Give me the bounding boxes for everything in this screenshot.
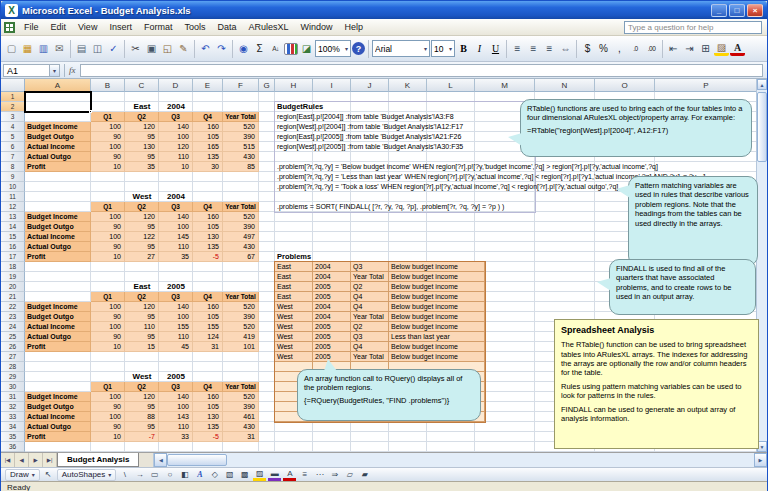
menu-data[interactable]: Data [211,21,242,33]
cell-A6[interactable]: Actual Income [25,142,91,152]
rule-text[interactable]: region[East].p![2005]] :from table 'Budg… [277,132,461,142]
problem-cell[interactable]: East [275,282,313,292]
column-header-M[interactable]: M [475,79,535,92]
cell-C5[interactable]: 95 [125,132,159,142]
column-header-B[interactable]: B [91,79,125,92]
cell-C3[interactable]: Q2 [125,112,159,122]
italic-icon[interactable]: I [472,41,487,57]
problem-cell[interactable]: Below budget income [389,302,485,312]
cell-B31[interactable]: 100 [91,392,125,402]
font-size-select[interactable]: 10▾ [431,40,455,57]
row-header-1[interactable]: 1 [1,92,25,102]
rule-text[interactable]: region[West].p![2005]] :from table 'Budg… [277,142,463,152]
problem-cell[interactable]: 2005 [313,342,351,352]
minimize-button[interactable]: _ [711,4,727,17]
spelling-icon[interactable]: ✓ [106,41,121,57]
autosum-icon[interactable]: Σ [252,41,267,57]
cell-D29[interactable]: 2005 [159,372,193,382]
dash-style-icon[interactable]: ⋯ [313,469,326,481]
callout-rquery[interactable]: An array function call to RQuery() displ… [297,369,481,421]
row-header-28[interactable]: 28 [1,362,25,372]
problem-cell[interactable]: Below budget income [389,312,485,322]
column-header-L[interactable]: L [427,79,475,92]
problem-cell[interactable]: East [275,292,313,302]
cell-C16[interactable]: 95 [125,242,159,252]
row-header-30[interactable]: 30 [1,382,25,392]
scroll-left-button[interactable]: ◀ [154,453,167,467]
problem-cell[interactable]: East [275,272,313,282]
cell-F8[interactable]: 85 [223,162,259,172]
rule-text[interactable]: .problem[?r,?q,?y] = 'Took a loss' WHEN … [277,182,618,192]
cell-A17[interactable]: Profit [25,252,91,262]
cell-A8[interactable]: Profit [25,162,91,172]
row-header-24[interactable]: 24 [1,322,25,332]
cell-E17[interactable]: -5 [193,252,223,262]
problem-cell[interactable]: Q4 [351,292,389,302]
cell-E7[interactable]: 135 [193,152,223,162]
cell-E34[interactable]: 135 [193,422,223,432]
cell-A15[interactable]: Actual Income [25,232,91,242]
wordart-icon[interactable]: A [193,469,206,481]
cell-E3[interactable]: Q4 [193,112,223,122]
align-left-icon[interactable]: ≡ [510,41,525,57]
cell-B12[interactable]: Q1 [91,202,125,212]
cell-B33[interactable]: 100 [91,412,125,422]
row-header-18[interactable]: 18 [1,262,25,272]
line-icon[interactable]: \ [118,469,131,481]
email-icon[interactable]: ✉ [52,41,67,57]
cell-F21[interactable]: Year Total [223,292,259,302]
cell-B22[interactable]: 100 [91,302,125,312]
problem-cell[interactable]: Q2 [351,282,389,292]
cell-D16[interactable]: 110 [159,242,193,252]
cell-F17[interactable]: 67 [223,252,259,262]
font-name-select[interactable]: Arial▾ [372,40,430,57]
cell-A32[interactable]: Budget Outgo [25,402,91,412]
cell-B7[interactable]: 90 [91,152,125,162]
cell-B6[interactable]: 100 [91,142,125,152]
row-header-33[interactable]: 33 [1,412,25,422]
cell-C23[interactable]: 95 [125,312,159,322]
name-box[interactable]: A1 [3,64,49,77]
cell-D33[interactable]: 143 [159,412,193,422]
increase-decimal-icon[interactable]: .0 [628,41,643,57]
column-header-D[interactable]: D [159,79,193,92]
cell-B24[interactable]: 100 [91,322,125,332]
insert-function-icon[interactable]: fx [69,65,76,75]
cell-D11[interactable]: 2004 [159,192,193,202]
cell-E8[interactable]: 30 [193,162,223,172]
cell-B26[interactable]: 10 [91,342,125,352]
callout-rtable[interactable]: RTable() functions are used to bring eac… [520,99,752,157]
cell-E21[interactable]: Q4 [193,292,223,302]
problem-cell[interactable]: West [275,302,313,312]
column-header-E[interactable]: E [193,79,223,92]
cell-E14[interactable]: 105 [193,222,223,232]
cell-A25[interactable]: Actual Outgo [25,332,91,342]
cell-C34[interactable]: 95 [125,422,159,432]
cell-C31[interactable]: 120 [125,392,159,402]
line-color-icon[interactable]: ▬ [268,469,281,481]
problem-cell[interactable]: Year Total [351,352,389,362]
row-header-19[interactable]: 19 [1,272,25,282]
title-bar[interactable]: X Microsoft Excel - Budget Analysis.xls … [1,1,767,19]
currency-icon[interactable]: $ [580,41,595,57]
cell-B35[interactable]: 10 [91,432,125,442]
cell-C15[interactable]: 122 [125,232,159,242]
select-objects-icon[interactable]: ↖ [42,469,55,481]
cell-C6[interactable]: 130 [125,142,159,152]
problem-cell[interactable]: Year Total [351,272,389,282]
problem-cell[interactable]: Below budget income [389,282,485,292]
cell-A31[interactable]: Budget Income [25,392,91,402]
problem-cell[interactable]: 2005 [313,322,351,332]
cell-D21[interactable]: Q3 [159,292,193,302]
cell-C33[interactable]: 88 [125,412,159,422]
line-style-icon[interactable]: ≡ [298,469,311,481]
cell-E23[interactable]: 105 [193,312,223,322]
cell-D17[interactable]: 35 [159,252,193,262]
cell-D20[interactable]: 2005 [159,282,193,292]
cell-E31[interactable]: 160 [193,392,223,402]
picture-icon[interactable]: ▩ [238,469,251,481]
row-header-15[interactable]: 15 [1,232,25,242]
diagram-icon[interactable]: ◇ [208,469,221,481]
cell-A14[interactable]: Budget Outgo [25,222,91,232]
cell-E12[interactable]: Q4 [193,202,223,212]
